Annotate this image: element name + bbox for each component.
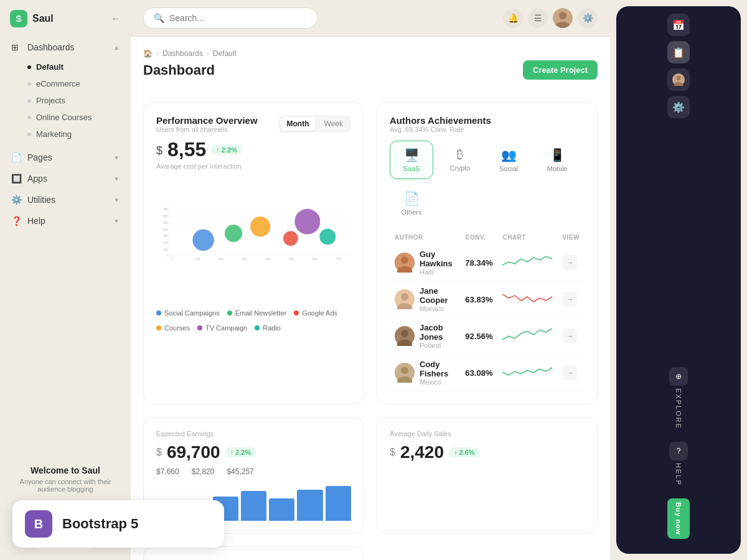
sidebar-item-label: Pages bbox=[27, 152, 113, 162]
tab-others[interactable]: 📄 Others bbox=[390, 184, 433, 223]
svg-point-35 bbox=[192, 230, 214, 251]
bubble-chart-svg: 700 600 500 400 300 200 100 0 0 100 200 … bbox=[156, 177, 351, 289]
view-btn[interactable]: → bbox=[562, 329, 577, 343]
author-cell: Guy Hawkins Haiti bbox=[390, 245, 460, 281]
menu-btn[interactable]: ☰ bbox=[528, 8, 548, 28]
clipboard-btn[interactable]: 📋 bbox=[667, 41, 690, 63]
conv-cell: 78.34% bbox=[460, 245, 497, 281]
svg-point-39 bbox=[294, 209, 320, 235]
author-avatar bbox=[395, 363, 415, 383]
view-btn[interactable]: → bbox=[562, 292, 577, 307]
view-btn[interactable]: → bbox=[562, 255, 577, 270]
chart-legend: Social Campaigns Email Newsletter Google… bbox=[156, 309, 351, 332]
breadcrumb-section: 🏠 › Dashboards › Default Dashboard Creat… bbox=[143, 49, 598, 90]
gear-btn[interactable]: ⚙️ bbox=[667, 96, 690, 118]
author-location: Poland bbox=[420, 342, 455, 349]
stat-item: $7,660 bbox=[156, 467, 179, 476]
breadcrumb-dashboards[interactable]: Dashboards bbox=[162, 49, 203, 58]
help-label: Help bbox=[675, 463, 682, 486]
search-input[interactable] bbox=[169, 13, 294, 23]
performance-card: Performance Overview Users from all chan… bbox=[143, 102, 364, 404]
nav-dot bbox=[27, 116, 31, 119]
legend-google: Google Ads bbox=[294, 309, 337, 317]
tab-social[interactable]: 👥 Social bbox=[487, 141, 530, 179]
user-btn[interactable] bbox=[667, 68, 690, 91]
sidebar-sub-label: eCommerce bbox=[36, 79, 80, 88]
mini-chart-svg bbox=[502, 289, 552, 308]
legend-label: Radio bbox=[263, 324, 281, 332]
sidebar-item-utilities[interactable]: ⚙️ Utilities ▼ bbox=[5, 190, 126, 210]
calendar-btn[interactable]: 📅 bbox=[667, 14, 690, 36]
chevron-icon: ▼ bbox=[113, 175, 120, 182]
svg-point-8 bbox=[559, 12, 566, 19]
sidebar-item-ecommerce[interactable]: eCommerce bbox=[5, 75, 126, 92]
bootstrap-icon: B bbox=[25, 510, 52, 538]
stat-item: $2,820 bbox=[192, 467, 215, 476]
daily-sales-badge: 2.6% bbox=[449, 447, 480, 457]
logo-icon: S bbox=[10, 10, 27, 27]
svg-point-38 bbox=[283, 231, 298, 246]
dashboards-icon: ⊞ bbox=[11, 43, 22, 52]
notification-btn[interactable]: 🔔 bbox=[503, 8, 523, 28]
sidebar-item-label: Utilities bbox=[27, 195, 113, 205]
sidebar-item-apps[interactable]: 🔲 Apps ▼ bbox=[5, 169, 126, 189]
help-section[interactable]: ? Help bbox=[669, 442, 688, 486]
sidebar-item-marketing[interactable]: Marketing bbox=[5, 126, 126, 142]
author-details: Guy Hawkins Haiti bbox=[420, 250, 455, 276]
performance-subtitle: Users from all channels bbox=[156, 126, 258, 133]
sidebar-toggle[interactable]: ← bbox=[111, 13, 121, 24]
crypto-icon: ₿ bbox=[457, 147, 463, 162]
svg-text:600: 600 bbox=[312, 258, 317, 261]
sidebar-item-dashboards[interactable]: ⊞ Dashboards ▲ bbox=[5, 37, 126, 57]
earnings-badge: 2.2% bbox=[225, 447, 256, 457]
nav-dot bbox=[27, 99, 31, 103]
tab-label: Crypto bbox=[450, 164, 470, 172]
week-toggle-btn[interactable]: Week bbox=[318, 117, 349, 131]
sidebar-item-help[interactable]: ❓ Help ▼ bbox=[5, 211, 126, 231]
view-btn[interactable]: → bbox=[562, 365, 577, 380]
buy-now-button[interactable]: Buy now bbox=[667, 498, 690, 539]
legend-social: Social Campaigns bbox=[156, 309, 220, 317]
month-toggle-btn[interactable]: Month bbox=[281, 117, 316, 131]
explore-section[interactable]: ⊕ Explore bbox=[669, 367, 688, 429]
sidebar-item-pages[interactable]: 📄 Pages ▼ bbox=[5, 147, 126, 167]
chart-cell bbox=[497, 318, 557, 355]
svg-point-45 bbox=[401, 293, 408, 301]
svg-text:0: 0 bbox=[166, 254, 168, 257]
tab-crypto[interactable]: ₿ Crypto bbox=[438, 141, 482, 179]
content-area: 🏠 › Dashboards › Default Dashboard Creat… bbox=[131, 37, 610, 560]
nav-dot bbox=[27, 133, 31, 136]
create-project-button[interactable]: Create Project bbox=[523, 60, 598, 80]
svg-text:500: 500 bbox=[163, 222, 168, 225]
currency-symbol: $ bbox=[156, 447, 162, 458]
panel-actions: ⊕ Explore ? Help Buy now bbox=[667, 360, 690, 546]
svg-point-37 bbox=[250, 217, 270, 236]
conv-value: 63.08% bbox=[465, 368, 492, 378]
help-icon: ? bbox=[669, 442, 688, 460]
tab-saas[interactable]: 🖥️ SaaS bbox=[390, 141, 433, 179]
apps-icon: 🔲 bbox=[11, 174, 22, 183]
breadcrumb-home[interactable]: 🏠 bbox=[143, 49, 153, 58]
tab-mobile[interactable]: 📱 Mobile bbox=[535, 141, 579, 179]
authors-tabs: 🖥️ SaaS ₿ Crypto 👥 Social 📱 Mobile bbox=[390, 141, 585, 223]
legend-dot bbox=[227, 310, 232, 315]
utilities-icon: ⚙️ bbox=[11, 195, 22, 204]
settings-btn[interactable]: ⚙️ bbox=[578, 8, 598, 28]
bar bbox=[326, 486, 351, 521]
avatar[interactable] bbox=[553, 8, 573, 28]
header-right: 🔔 ☰ ⚙️ bbox=[503, 8, 598, 28]
search-box[interactable]: 🔍 bbox=[143, 7, 317, 29]
tab-label: SaaS bbox=[403, 165, 420, 172]
conv-value: 78.34% bbox=[465, 258, 492, 268]
performance-value: $ 8,55 2.2% bbox=[156, 138, 351, 161]
sidebar-item-online-courses[interactable]: Online Courses bbox=[5, 109, 126, 126]
sidebar-item-default[interactable]: Default bbox=[5, 58, 126, 75]
svg-text:400: 400 bbox=[163, 228, 168, 231]
performance-badge: 2.2% bbox=[211, 145, 242, 155]
chart-cell bbox=[497, 355, 557, 391]
mini-chart-svg bbox=[502, 363, 552, 381]
sidebar-item-projects[interactable]: Projects bbox=[5, 92, 126, 109]
nav-dot bbox=[27, 65, 31, 69]
header: 🔍 🔔 ☰ ⚙️ bbox=[131, 0, 610, 37]
conv-value: 92.56% bbox=[465, 332, 492, 341]
